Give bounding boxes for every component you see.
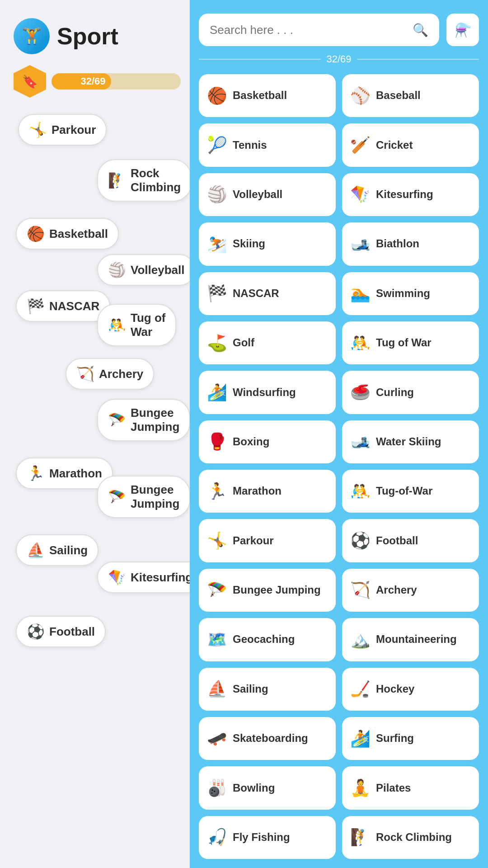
- left-chip-icon-rock-climbing: 🧗: [108, 172, 126, 189]
- grid-icon-kitesurfing: 🪁: [350, 185, 371, 204]
- left-chip-icon-tug-of-war: 🤼: [108, 316, 126, 334]
- grid-item-tug-of-war2[interactable]: 🤼Tug-of-War: [342, 470, 479, 513]
- left-chip-football[interactable]: ⚽Football: [16, 616, 106, 647]
- left-chip-bungee-jumping1[interactable]: 🪂Bungee Jumping: [97, 399, 190, 441]
- grid-item-baseball[interactable]: ⚾Baseball: [342, 74, 479, 117]
- grid-label-archery: Archery: [376, 584, 417, 597]
- search-box: 🔍: [199, 14, 439, 46]
- grid-icon-surfing: 🏄: [350, 729, 371, 748]
- left-chip-label-basketball: Basketball: [49, 227, 108, 241]
- grid-label-rock-climbing: Rock Climbing: [376, 831, 452, 844]
- grid-item-tug-of-war[interactable]: 🤼Tug of War: [342, 321, 479, 364]
- grid-label-sailing: Sailing: [233, 683, 268, 696]
- grid-icon-curling: 🥌: [350, 383, 371, 402]
- count-label: 32/69: [326, 53, 351, 65]
- grid-item-golf[interactable]: ⛳Golf: [199, 321, 336, 364]
- grid-item-kitesurfing[interactable]: 🪁Kitesurfing: [342, 173, 479, 216]
- grid-item-tennis[interactable]: 🎾Tennis: [199, 123, 336, 166]
- grid-icon-biathlon: 🎿: [350, 235, 371, 254]
- grid-item-rock-climbing[interactable]: 🧗Rock Climbing: [342, 816, 479, 859]
- grid-item-sailing[interactable]: ⛵Sailing: [199, 668, 336, 711]
- grid-item-fly-fishing[interactable]: 🎣Fly Fishing: [199, 816, 336, 859]
- left-chip-label-nascar: NASCAR: [49, 299, 99, 313]
- grid-label-pilates: Pilates: [376, 782, 411, 795]
- grid-item-cricket[interactable]: 🏏Cricket: [342, 123, 479, 166]
- grid-icon-golf: ⛳: [207, 334, 227, 353]
- left-chip-basketball[interactable]: 🏀Basketball: [16, 218, 119, 250]
- left-chip-icon-sailing: ⛵: [27, 542, 45, 559]
- grid-item-pilates[interactable]: 🧘Pilates: [342, 766, 479, 809]
- grid-label-tug-of-war: Tug of War: [376, 336, 432, 349]
- left-chip-marathon[interactable]: 🏃Marathon: [16, 458, 113, 489]
- grid-item-mountaineering[interactable]: 🏔️Mountaineering: [342, 618, 479, 661]
- grid-icon-bowling: 🎳: [207, 778, 227, 797]
- left-chip-kitesurfing[interactable]: 🪁Kitesurfing: [97, 561, 190, 593]
- search-icon: 🔍: [413, 23, 428, 38]
- left-chip-parkour[interactable]: 🤸Parkour: [18, 114, 107, 146]
- grid-label-surfing: Surfing: [376, 732, 414, 745]
- left-chip-label-archery: Archery: [99, 367, 143, 381]
- app-logo: 🏋️: [14, 18, 50, 54]
- left-chip-nascar[interactable]: 🏁NASCAR: [16, 290, 110, 322]
- grid-item-archery[interactable]: 🏹Archery: [342, 569, 479, 612]
- grid-item-water-skiing[interactable]: 🎿Water Skiing: [342, 420, 479, 463]
- grid-item-skateboarding[interactable]: 🛹Skateboarding: [199, 717, 336, 760]
- grid-item-parkour[interactable]: 🤸Parkour: [199, 519, 336, 562]
- left-chip-icon-bungee-jumping1: 🪂: [108, 411, 126, 429]
- grid-icon-archery: 🏹: [350, 580, 371, 599]
- grid-item-biathlon[interactable]: 🎿Biathlon: [342, 222, 479, 265]
- progress-row: 🔖 32/69: [14, 65, 181, 98]
- left-chip-tug-of-war[interactable]: 🤼Tug of War: [97, 304, 176, 346]
- grid-item-curling[interactable]: 🥌Curling: [342, 371, 479, 414]
- left-chip-label-kitesurfing: Kitesurfing: [131, 571, 190, 585]
- grid-item-bungee-jumping[interactable]: 🪂Bungee Jumping: [199, 569, 336, 612]
- grid-label-skateboarding: Skateboarding: [233, 732, 308, 745]
- search-input[interactable]: [210, 23, 407, 37]
- count-line-left: [199, 59, 321, 60]
- left-chip-volleyball[interactable]: 🏐Volleyball: [97, 254, 190, 286]
- grid-item-boxing[interactable]: 🥊Boxing: [199, 420, 336, 463]
- grid-label-tug-of-war2: Tug-of-War: [376, 485, 432, 498]
- left-chip-label-parkour: Parkour: [52, 123, 96, 137]
- grid-label-fly-fishing: Fly Fishing: [233, 831, 290, 844]
- grid-label-windsurfing: Windsurfing: [233, 386, 296, 399]
- grid-label-golf: Golf: [233, 336, 254, 349]
- grid-label-water-skiing: Water Skiing: [376, 435, 441, 448]
- left-chip-sailing[interactable]: ⛵Sailing: [16, 534, 99, 566]
- count-row: 32/69: [199, 53, 479, 65]
- grid-icon-skiing: ⛷️: [207, 235, 227, 254]
- grid-icon-tug-of-war: 🤼: [350, 334, 371, 353]
- progress-badge: 🔖: [14, 65, 46, 98]
- grid-item-marathon[interactable]: 🏃Marathon: [199, 470, 336, 513]
- grid-icon-boxing: 🥊: [207, 432, 227, 451]
- grid-icon-swimming: 🏊: [350, 284, 371, 303]
- grid-item-nascar[interactable]: 🏁NASCAR: [199, 272, 336, 315]
- app-title: Sport: [57, 23, 118, 50]
- left-chip-rock-climbing[interactable]: 🧗Rock Climbing: [97, 159, 190, 202]
- left-chip-icon-football: ⚽: [27, 623, 45, 640]
- grid-item-swimming[interactable]: 🏊Swimming: [342, 272, 479, 315]
- grid-item-hockey[interactable]: 🏒Hockey: [342, 668, 479, 711]
- grid-item-football[interactable]: ⚽Football: [342, 519, 479, 562]
- grid-item-skiing[interactable]: ⛷️Skiing: [199, 222, 336, 265]
- grid-item-surfing[interactable]: 🏄Surfing: [342, 717, 479, 760]
- grid-label-football: Football: [376, 534, 418, 547]
- grid-item-windsurfing[interactable]: 🏄Windsurfing: [199, 371, 336, 414]
- grid-label-baseball: Baseball: [376, 89, 421, 102]
- grid-item-geocaching[interactable]: 🗺️Geocaching: [199, 618, 336, 661]
- grid-item-volleyball[interactable]: 🏐Volleyball: [199, 173, 336, 216]
- filter-button[interactable]: ⚗️: [446, 14, 479, 46]
- grid-icon-mountaineering: 🏔️: [350, 630, 371, 649]
- left-chip-label-bungee-jumping2: Bungee Jumping: [131, 483, 179, 511]
- grid-icon-parkour: 🤸: [207, 531, 227, 550]
- grid-icon-bungee-jumping: 🪂: [207, 580, 227, 599]
- left-chip-label-sailing: Sailing: [49, 543, 88, 557]
- grid-label-skiing: Skiing: [233, 237, 265, 250]
- grid-label-boxing: Boxing: [233, 435, 269, 448]
- left-chip-archery[interactable]: 🏹Archery: [66, 358, 154, 390]
- grid-icon-tug-of-war2: 🤼: [350, 482, 371, 501]
- grid-item-bowling[interactable]: 🎳Bowling: [199, 766, 336, 809]
- grid-item-basketball[interactable]: 🏀Basketball: [199, 74, 336, 117]
- left-chip-bungee-jumping2[interactable]: 🪂Bungee Jumping: [97, 476, 190, 518]
- grid-label-bungee-jumping: Bungee Jumping: [233, 584, 321, 597]
